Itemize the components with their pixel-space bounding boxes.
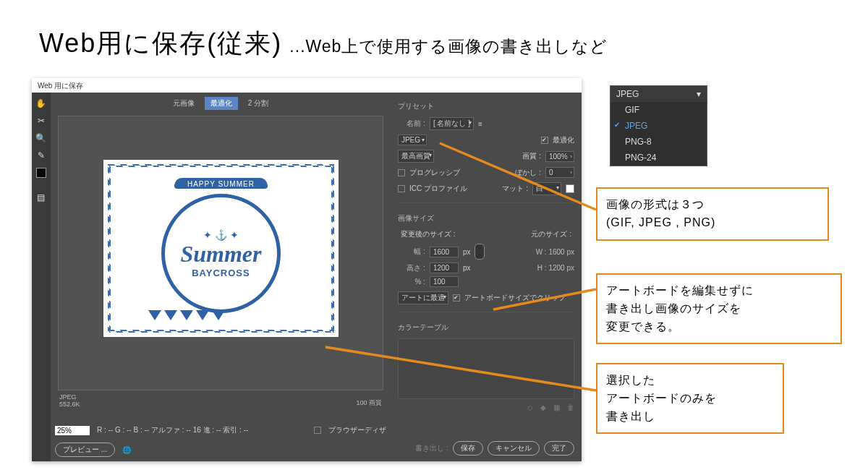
annotation-arrows (0, 0, 868, 470)
svg-line-0 (440, 143, 596, 210)
svg-line-1 (493, 289, 596, 309)
svg-line-2 (326, 347, 596, 390)
